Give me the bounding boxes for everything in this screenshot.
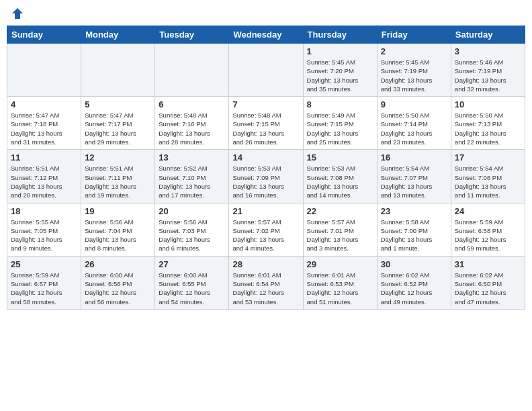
day-info-text: Sunrise: 6:00 AM Sunset: 6:55 PM Dayligh… [159, 271, 225, 306]
day-info-text: Sunrise: 5:54 AM Sunset: 7:07 PM Dayligh… [381, 164, 447, 199]
day-number: 19 [85, 206, 151, 216]
svg-marker-0 [12, 8, 23, 19]
calendar-cell: 12Sunrise: 5:51 AM Sunset: 7:11 PM Dayli… [81, 150, 155, 203]
day-info-text: Sunrise: 5:53 AM Sunset: 7:08 PM Dayligh… [307, 164, 373, 199]
calendar-cell: 29Sunrise: 6:01 AM Sunset: 6:53 PM Dayli… [303, 256, 377, 309]
day-number: 21 [232, 206, 299, 216]
day-info-text: Sunrise: 5:54 AM Sunset: 7:06 PM Dayligh… [455, 164, 521, 199]
calendar-cell: 20Sunrise: 5:56 AM Sunset: 7:03 PM Dayli… [155, 203, 229, 256]
day-number: 11 [11, 152, 77, 163]
calendar-cell: 4Sunrise: 5:47 AM Sunset: 7:18 PM Daylig… [7, 97, 81, 150]
calendar-cell: 10Sunrise: 5:50 AM Sunset: 7:13 PM Dayli… [451, 97, 525, 150]
day-info-text: Sunrise: 5:49 AM Sunset: 7:15 PM Dayligh… [307, 111, 373, 146]
day-number: 16 [381, 152, 447, 163]
day-info-text: Sunrise: 5:45 AM Sunset: 7:20 PM Dayligh… [307, 58, 373, 93]
day-info-text: Sunrise: 6:01 AM Sunset: 6:54 PM Dayligh… [232, 271, 299, 306]
calendar-cell: 16Sunrise: 5:54 AM Sunset: 7:07 PM Dayli… [377, 150, 451, 203]
calendar-cell: 1Sunrise: 5:45 AM Sunset: 7:20 PM Daylig… [303, 44, 377, 97]
day-number: 5 [85, 99, 151, 109]
day-header-monday: Monday [81, 26, 155, 44]
calendar-cell [7, 44, 81, 97]
day-header-sunday: Sunday [7, 26, 81, 44]
day-info-text: Sunrise: 5:48 AM Sunset: 7:16 PM Dayligh… [159, 111, 225, 146]
day-info-text: Sunrise: 6:02 AM Sunset: 6:50 PM Dayligh… [455, 271, 521, 306]
day-number: 30 [381, 259, 447, 269]
day-header-wednesday: Wednesday [229, 26, 303, 44]
day-number: 4 [11, 99, 77, 109]
day-number: 18 [11, 206, 77, 216]
day-info-text: Sunrise: 5:56 AM Sunset: 7:04 PM Dayligh… [85, 218, 151, 253]
calendar-week-row: 25Sunrise: 5:59 AM Sunset: 6:57 PM Dayli… [7, 256, 525, 309]
day-number: 20 [159, 206, 225, 216]
calendar-cell: 23Sunrise: 5:58 AM Sunset: 7:00 PM Dayli… [377, 203, 451, 256]
day-number: 14 [232, 152, 299, 163]
logo [9, 7, 24, 20]
calendar-cell: 11Sunrise: 5:51 AM Sunset: 7:12 PM Dayli… [7, 150, 81, 203]
day-number: 23 [381, 206, 447, 216]
day-number: 29 [307, 259, 373, 269]
day-header-thursday: Thursday [303, 26, 377, 44]
page-header [7, 7, 525, 20]
day-info-text: Sunrise: 5:56 AM Sunset: 7:03 PM Dayligh… [159, 218, 225, 253]
calendar-cell [229, 44, 303, 97]
calendar-cell [155, 44, 229, 97]
calendar-cell: 8Sunrise: 5:49 AM Sunset: 7:15 PM Daylig… [303, 97, 377, 150]
day-number: 2 [381, 46, 447, 56]
day-info-text: Sunrise: 5:59 AM Sunset: 6:58 PM Dayligh… [455, 218, 521, 253]
calendar-cell: 27Sunrise: 6:00 AM Sunset: 6:55 PM Dayli… [155, 256, 229, 309]
calendar-week-row: 18Sunrise: 5:55 AM Sunset: 7:05 PM Dayli… [7, 203, 525, 256]
calendar-cell: 19Sunrise: 5:56 AM Sunset: 7:04 PM Dayli… [81, 203, 155, 256]
calendar-cell: 5Sunrise: 5:47 AM Sunset: 7:17 PM Daylig… [81, 97, 155, 150]
calendar-cell: 2Sunrise: 5:45 AM Sunset: 7:19 PM Daylig… [377, 44, 451, 97]
day-number: 7 [232, 99, 299, 109]
day-info-text: Sunrise: 6:02 AM Sunset: 6:52 PM Dayligh… [381, 271, 447, 306]
calendar-cell: 18Sunrise: 5:55 AM Sunset: 7:05 PM Dayli… [7, 203, 81, 256]
day-info-text: Sunrise: 5:47 AM Sunset: 7:18 PM Dayligh… [11, 111, 77, 146]
day-number: 26 [85, 259, 151, 269]
calendar-cell: 15Sunrise: 5:53 AM Sunset: 7:08 PM Dayli… [303, 150, 377, 203]
day-header-friday: Friday [377, 26, 451, 44]
logo-icon [11, 7, 24, 20]
calendar-cell: 28Sunrise: 6:01 AM Sunset: 6:54 PM Dayli… [229, 256, 303, 309]
day-info-text: Sunrise: 5:50 AM Sunset: 7:13 PM Dayligh… [455, 111, 521, 146]
day-number: 28 [232, 259, 299, 269]
day-number: 9 [381, 99, 447, 109]
day-info-text: Sunrise: 5:45 AM Sunset: 7:19 PM Dayligh… [381, 58, 447, 93]
calendar-cell: 26Sunrise: 6:00 AM Sunset: 6:56 PM Dayli… [81, 256, 155, 309]
day-number: 3 [455, 46, 521, 56]
day-info-text: Sunrise: 5:53 AM Sunset: 7:09 PM Dayligh… [232, 164, 299, 199]
day-header-saturday: Saturday [451, 26, 525, 44]
calendar-week-row: 4Sunrise: 5:47 AM Sunset: 7:18 PM Daylig… [7, 97, 525, 150]
calendar-week-row: 11Sunrise: 5:51 AM Sunset: 7:12 PM Dayli… [7, 150, 525, 203]
day-info-text: Sunrise: 5:58 AM Sunset: 7:00 PM Dayligh… [381, 218, 447, 253]
calendar-cell: 9Sunrise: 5:50 AM Sunset: 7:14 PM Daylig… [377, 97, 451, 150]
day-number: 13 [159, 152, 225, 163]
day-number: 10 [455, 99, 521, 109]
calendar-table: SundayMondayTuesdayWednesdayThursdayFrid… [7, 26, 525, 310]
calendar-cell: 3Sunrise: 5:46 AM Sunset: 7:19 PM Daylig… [451, 44, 525, 97]
day-number: 8 [307, 99, 373, 109]
calendar-cell: 31Sunrise: 6:02 AM Sunset: 6:50 PM Dayli… [451, 256, 525, 309]
day-info-text: Sunrise: 5:52 AM Sunset: 7:10 PM Dayligh… [159, 164, 225, 199]
day-number: 15 [307, 152, 373, 163]
calendar-cell: 17Sunrise: 5:54 AM Sunset: 7:06 PM Dayli… [451, 150, 525, 203]
calendar-cell: 13Sunrise: 5:52 AM Sunset: 7:10 PM Dayli… [155, 150, 229, 203]
day-info-text: Sunrise: 5:55 AM Sunset: 7:05 PM Dayligh… [11, 218, 77, 253]
day-number: 1 [307, 46, 373, 56]
day-info-text: Sunrise: 5:46 AM Sunset: 7:19 PM Dayligh… [455, 58, 521, 93]
day-info-text: Sunrise: 5:57 AM Sunset: 7:02 PM Dayligh… [232, 218, 299, 253]
day-number: 24 [455, 206, 521, 216]
calendar-header-row: SundayMondayTuesdayWednesdayThursdayFrid… [7, 26, 525, 44]
day-info-text: Sunrise: 5:47 AM Sunset: 7:17 PM Dayligh… [85, 111, 151, 146]
calendar-week-row: 1Sunrise: 5:45 AM Sunset: 7:20 PM Daylig… [7, 44, 525, 97]
day-info-text: Sunrise: 5:51 AM Sunset: 7:11 PM Dayligh… [85, 164, 151, 199]
day-info-text: Sunrise: 5:50 AM Sunset: 7:14 PM Dayligh… [381, 111, 447, 146]
day-header-tuesday: Tuesday [155, 26, 229, 44]
day-number: 25 [11, 259, 77, 269]
day-info-text: Sunrise: 6:01 AM Sunset: 6:53 PM Dayligh… [307, 271, 373, 306]
day-info-text: Sunrise: 6:00 AM Sunset: 6:56 PM Dayligh… [85, 271, 151, 306]
calendar-cell: 24Sunrise: 5:59 AM Sunset: 6:58 PM Dayli… [451, 203, 525, 256]
calendar-cell: 21Sunrise: 5:57 AM Sunset: 7:02 PM Dayli… [229, 203, 303, 256]
calendar-cell: 6Sunrise: 5:48 AM Sunset: 7:16 PM Daylig… [155, 97, 229, 150]
day-number: 22 [307, 206, 373, 216]
